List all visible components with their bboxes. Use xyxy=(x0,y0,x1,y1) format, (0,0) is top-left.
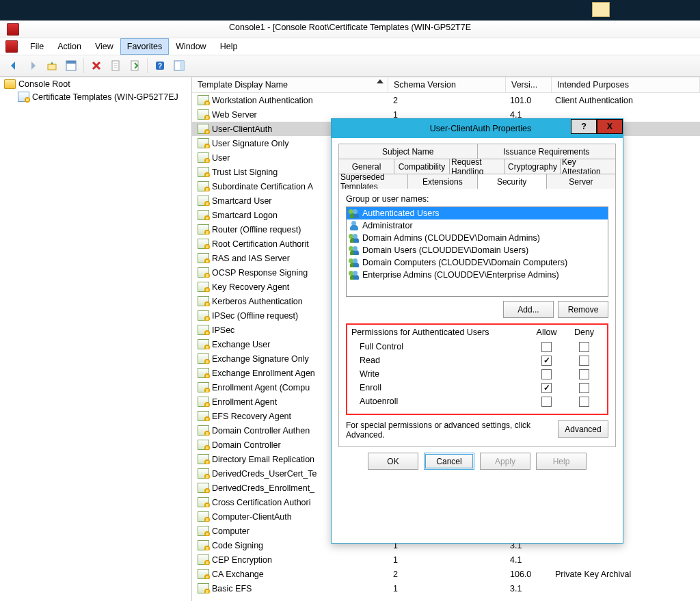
column-template-name[interactable]: Template Display Name xyxy=(192,77,388,92)
tab-server[interactable]: Server xyxy=(546,174,616,189)
dialog-footer-help-button[interactable]: Help xyxy=(536,453,587,470)
export-list-button[interactable] xyxy=(126,57,143,74)
template-row[interactable]: Workstation Authentication2101.0Client A… xyxy=(192,93,700,107)
tree-child-cert-templates[interactable]: Certificate Templates (WIN-GP52T7EJ xyxy=(0,90,191,103)
menu-window[interactable]: Window xyxy=(169,38,213,55)
version-cell: 4.1 xyxy=(504,555,550,565)
allow-checkbox[interactable] xyxy=(541,356,552,366)
menu-file[interactable]: File xyxy=(23,38,51,55)
back-button[interactable] xyxy=(5,57,22,74)
template-name-cell: Subordinate Certification A xyxy=(212,182,313,191)
column-version[interactable]: Versi... xyxy=(506,77,552,92)
menu-view[interactable]: View xyxy=(88,38,120,55)
principal-name: Authenticated Users xyxy=(362,209,440,218)
user-icon xyxy=(349,221,360,230)
dialog-titlebar[interactable]: User-ClientAuth Properties ? X xyxy=(332,119,623,138)
tab-cryptography[interactable]: Cryptography xyxy=(504,159,561,174)
allow-checkbox[interactable] xyxy=(541,342,552,352)
column-intended-purposes[interactable]: Intended Purposes xyxy=(552,77,700,92)
principal-item[interactable]: Domain Computers (CLOUDDEV\Domain Comput… xyxy=(347,256,608,269)
template-name-cell: Basic EFS xyxy=(212,584,252,593)
template-icon xyxy=(198,109,209,120)
apply-button[interactable]: Apply xyxy=(480,453,530,470)
deny-checkbox[interactable] xyxy=(579,342,589,352)
template-name-cell: Enrollment Agent (Compu xyxy=(212,383,310,392)
allow-checkbox[interactable] xyxy=(541,369,552,379)
permission-row: Autoenroll xyxy=(351,395,603,408)
tab-superseded-templates[interactable]: Superseded Templates xyxy=(338,174,408,189)
properties-button[interactable] xyxy=(107,57,124,74)
dialog-footer: OK Cancel Apply Help xyxy=(332,447,623,477)
deny-checkbox[interactable] xyxy=(579,356,589,366)
list-header: Template Display Name Schema Version Ver… xyxy=(192,77,700,93)
deny-checkbox[interactable] xyxy=(579,369,589,379)
permission-row: Full Control xyxy=(351,340,603,353)
tab-extensions[interactable]: Extensions xyxy=(407,174,477,189)
help-button[interactable]: ? xyxy=(152,57,168,74)
template-row[interactable]: CEP Encryption14.1 xyxy=(192,552,700,567)
template-name-cell: EFS Recovery Agent xyxy=(212,412,291,421)
template-icon xyxy=(198,224,209,235)
tree-root[interactable]: Console Root xyxy=(0,77,191,90)
allow-checkbox[interactable] xyxy=(541,383,552,393)
document-sysmenu-icon[interactable] xyxy=(5,40,18,53)
principal-list[interactable]: Authenticated UsersAdministratorDomain A… xyxy=(346,206,608,297)
show-hide-tree-button[interactable] xyxy=(63,57,79,74)
toolbar-separator xyxy=(83,58,84,73)
advanced-button[interactable]: Advanced xyxy=(558,420,608,438)
allow-header: Allow xyxy=(528,328,565,337)
allow-checkbox[interactable] xyxy=(541,397,552,407)
security-tab-page: Group or user names: Authenticated Users… xyxy=(338,189,616,447)
template-icon xyxy=(198,368,209,378)
template-name-cell: DerivedCreds_UserCert_Te xyxy=(212,469,317,479)
dialog-close-button[interactable]: X xyxy=(597,119,623,134)
remove-button[interactable]: Remove xyxy=(558,301,608,318)
template-icon xyxy=(198,310,209,321)
template-name-cell: User-ClientAuth xyxy=(212,124,272,134)
template-row[interactable]: Basic EFS13.1 xyxy=(192,581,700,596)
principal-item[interactable]: Domain Users (CLOUDDEV\Domain Users) xyxy=(347,244,608,256)
delete-button[interactable] xyxy=(88,57,105,74)
template-icon xyxy=(198,497,209,507)
template-name-cell: RAS and IAS Server xyxy=(212,254,290,263)
dialog-body: Subject NameIssuance Requirements Genera… xyxy=(332,138,623,447)
schema-cell: 1 xyxy=(388,555,504,565)
template-name-cell: OCSP Response Signing xyxy=(212,268,308,278)
principal-item[interactable]: Authenticated Users xyxy=(347,207,608,219)
principal-item[interactable]: Domain Admins (CLOUDDEV\Domain Admins) xyxy=(347,232,608,244)
template-name-cell: Router (Offline request) xyxy=(212,225,301,235)
template-icon xyxy=(198,555,209,565)
tree-pane[interactable]: Console Root Certificate Templates (WIN-… xyxy=(0,77,192,601)
principal-item[interactable]: Administrator xyxy=(347,219,608,232)
menu-action[interactable]: Action xyxy=(51,38,88,55)
principal-item[interactable]: Enterprise Admins (CLOUDDEV\Enterprise A… xyxy=(347,269,608,281)
dialog-help-button[interactable]: ? xyxy=(571,119,597,134)
template-name-cell: Smartcard Logon xyxy=(212,211,278,220)
template-icon xyxy=(198,95,209,105)
menu-help[interactable]: Help xyxy=(213,38,245,55)
column-schema-version[interactable]: Schema Version xyxy=(388,77,506,92)
template-icon xyxy=(198,167,209,177)
template-icon xyxy=(198,526,209,536)
deny-checkbox[interactable] xyxy=(579,383,589,393)
template-name-cell: User xyxy=(212,153,230,163)
template-row[interactable]: CA Exchange2106.0Private Key Archival xyxy=(192,567,700,581)
template-name-cell: Domain Controller xyxy=(212,440,281,450)
cancel-button[interactable]: Cancel xyxy=(424,453,474,470)
permission-name: Enroll xyxy=(351,383,528,392)
add-button[interactable]: Add... xyxy=(503,301,554,318)
menu-favorites[interactable]: Favorites xyxy=(120,38,169,55)
ok-button[interactable]: OK xyxy=(368,453,418,470)
deny-checkbox[interactable] xyxy=(579,397,589,407)
svg-rect-11 xyxy=(180,61,184,70)
tab-security[interactable]: Security xyxy=(477,174,547,189)
schema-cell: 2 xyxy=(388,570,504,579)
toggle-actions-pane-button[interactable] xyxy=(171,57,187,74)
permissions-for-label: Permissions for Authenticated Users xyxy=(351,328,528,337)
up-button[interactable] xyxy=(44,57,60,74)
tab-request-handling[interactable]: Request Handling xyxy=(449,159,505,174)
template-name-cell: User Signature Only xyxy=(212,139,289,148)
tab-key-attestation[interactable]: Key Attestation xyxy=(560,159,616,174)
template-name-cell: Smartcard User xyxy=(212,196,272,206)
forward-button[interactable] xyxy=(25,57,41,74)
